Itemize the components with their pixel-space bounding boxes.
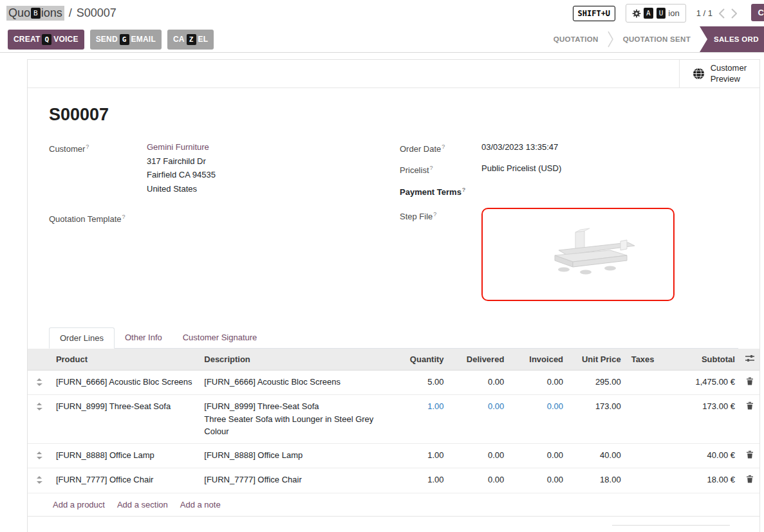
shortcut-hint-badge: SHIFT+U — [573, 6, 616, 21]
product-cell[interactable]: [FURN_6666] Acoustic Bloc Screens — [51, 370, 199, 395]
customer-address-line: Fairfield CA 94535 — [147, 168, 216, 182]
sheet-body: S00007 Customer? Gemini Furniture 317 Fa… — [28, 105, 759, 532]
subtotal-cell: 173.00 € — [660, 395, 740, 444]
delete-row-icon[interactable] — [740, 468, 759, 493]
form-control-bar: CREATQVOICE SENDGEMAIL CAZEL QUOTATION Q… — [0, 26, 764, 53]
product-column-header: Product — [51, 349, 199, 371]
tab-customer-signature[interactable]: Customer Signature — [172, 327, 268, 348]
customer-field: Customer? Gemini Furniture 317 Fairchild… — [49, 140, 400, 196]
customer-address-line: United States — [147, 182, 216, 196]
unit-price-cell[interactable]: 40.00 — [568, 443, 626, 468]
action-menu-button[interactable]: A U ion — [626, 4, 686, 23]
unit-price-cell[interactable]: 18.00 — [568, 468, 626, 493]
step-file-label: Step File? — [400, 208, 481, 301]
product-cell[interactable]: [FURN_8888] Office Lamp — [51, 443, 199, 468]
description-cell[interactable]: [FURN_8888] Office Lamp — [199, 443, 393, 468]
pager-previous-button[interactable] — [719, 8, 725, 19]
status-separator-icon — [608, 30, 614, 48]
accesskey-badge: A — [644, 8, 653, 19]
status-stage-sales-order-active[interactable]: SALES ORD — [700, 26, 764, 52]
drag-handle-icon[interactable] — [28, 443, 51, 468]
customer-preview-button[interactable]: Customer Preview — [679, 60, 759, 87]
accesskey-badge: U — [657, 8, 666, 19]
order-date-value[interactable]: 03/03/2023 13:35:47 — [481, 140, 558, 156]
delete-row-icon[interactable] — [740, 395, 759, 444]
button-label: EL — [198, 35, 209, 44]
order-date-label: Order Date? — [400, 140, 481, 156]
pager-value[interactable]: 1 / 1 — [696, 8, 713, 18]
invoiced-cell[interactable]: 0.00 — [509, 395, 568, 444]
product-cell[interactable]: [FURN_8999] Three-Seat Sofa — [51, 395, 199, 444]
product-cell[interactable]: [FURN_7777] Office Chair — [51, 468, 199, 493]
sheet-header-strip: Customer Preview — [28, 60, 759, 88]
breadcrumb-quotations-link[interactable]: QuoBions — [6, 6, 64, 21]
step-file-field: Step File? — [400, 208, 738, 301]
step-file-image[interactable] — [481, 208, 675, 301]
table-row: [FURN_8999] Three-Seat Sofa [FURN_8999] … — [28, 395, 759, 444]
invoiced-cell[interactable]: 0.00 — [509, 370, 568, 395]
quotation-template-label: Quotation Template? — [49, 210, 147, 226]
action-menu-label: ion — [668, 8, 679, 18]
add-a-section-link[interactable]: Add a section — [117, 500, 168, 509]
subtotal-cell: 18.00 € — [660, 468, 740, 493]
taxes-cell[interactable] — [626, 370, 660, 395]
order-lines-table-wrap: Product Description Quantity Delivered I… — [28, 349, 759, 517]
delivered-cell[interactable]: 0.00 — [449, 443, 510, 468]
customer-link[interactable]: Gemini Furniture — [147, 142, 209, 152]
accesskey-badge: Q — [42, 34, 51, 45]
globe-icon — [693, 68, 705, 80]
tab-other-info[interactable]: Other Info — [115, 327, 172, 348]
description-cell[interactable]: [FURN_7777] Office Chair — [199, 468, 393, 493]
unit-price-cell[interactable]: 173.00 — [568, 395, 626, 444]
help-icon: ? — [442, 143, 445, 150]
quantity-cell[interactable]: 5.00 — [393, 370, 449, 395]
breadcrumb-separator: / — [69, 6, 72, 20]
quantity-cell[interactable]: 1.00 — [393, 395, 449, 444]
table-footer-links: Add a product Add a section Add a note — [28, 493, 759, 517]
statusbar: QUOTATION QUOTATION SENT SALES ORD — [545, 26, 764, 52]
payment-terms-field: Payment Terms? — [400, 183, 738, 199]
accesskey-badge: Z — [187, 34, 196, 45]
field-column-left: Customer? Gemini Furniture 317 Fairchild… — [49, 140, 400, 307]
invoiced-cell[interactable]: 0.00 — [509, 443, 568, 468]
gear-icon — [632, 9, 641, 18]
delete-row-icon[interactable] — [740, 370, 759, 395]
taxes-cell[interactable] — [626, 395, 660, 444]
status-stage-quotation[interactable]: QUOTATION — [545, 35, 608, 43]
pricelist-value[interactable]: Public Pricelist (USD) — [481, 161, 561, 177]
taxes-cell[interactable] — [626, 443, 660, 468]
button-label: CREAT — [14, 35, 40, 44]
delivered-cell[interactable]: 0.00 — [449, 370, 510, 395]
cancel-button[interactable]: CAZEL — [167, 30, 214, 50]
quantity-cell[interactable]: 1.00 — [393, 468, 449, 493]
tab-order-lines[interactable]: Order Lines — [49, 327, 115, 349]
status-stage-quotation-sent[interactable]: QUOTATION SENT — [614, 35, 700, 43]
subtotal-cell: 1,475.00 € — [660, 370, 740, 395]
add-a-product-link[interactable]: Add a product — [53, 500, 105, 509]
unit-price-column-header: Unit Price — [568, 349, 626, 371]
action-buttons: CREATQVOICE SENDGEMAIL CAZEL — [8, 26, 214, 52]
description-cell[interactable]: [FURN_6666] Acoustic Bloc Screens — [199, 370, 393, 395]
send-email-button[interactable]: SENDGEMAIL — [90, 30, 162, 50]
taxes-cell[interactable] — [626, 468, 660, 493]
delivered-cell[interactable]: 0.00 — [449, 395, 510, 444]
create-invoice-button[interactable]: CREATQVOICE — [8, 30, 84, 50]
description-cell[interactable]: [FURN_8999] Three-Seat Sofa Three Seater… — [199, 395, 393, 444]
create-button-clipped[interactable]: Cr — [751, 4, 764, 21]
pricelist-label: Pricelist? — [400, 161, 481, 177]
delivered-column-header: Delivered — [449, 349, 510, 371]
payment-terms-label: Payment Terms? — [400, 183, 481, 199]
pager-next-button[interactable] — [731, 8, 737, 19]
quantity-cell[interactable]: 1.00 — [393, 443, 449, 468]
drag-handle-icon[interactable] — [28, 395, 51, 444]
unit-price-cell[interactable]: 295.00 — [568, 370, 626, 395]
drag-handle-icon[interactable] — [28, 468, 51, 493]
help-icon: ? — [122, 214, 126, 220]
accesskey-badge: B — [31, 8, 41, 19]
invoiced-cell[interactable]: 0.00 — [509, 468, 568, 493]
delivered-cell[interactable]: 0.00 — [449, 468, 510, 493]
add-a-note-link[interactable]: Add a note — [180, 500, 221, 509]
delete-row-icon[interactable] — [740, 443, 759, 468]
drag-handle-icon[interactable] — [28, 370, 51, 395]
optional-columns-button[interactable] — [740, 349, 759, 371]
